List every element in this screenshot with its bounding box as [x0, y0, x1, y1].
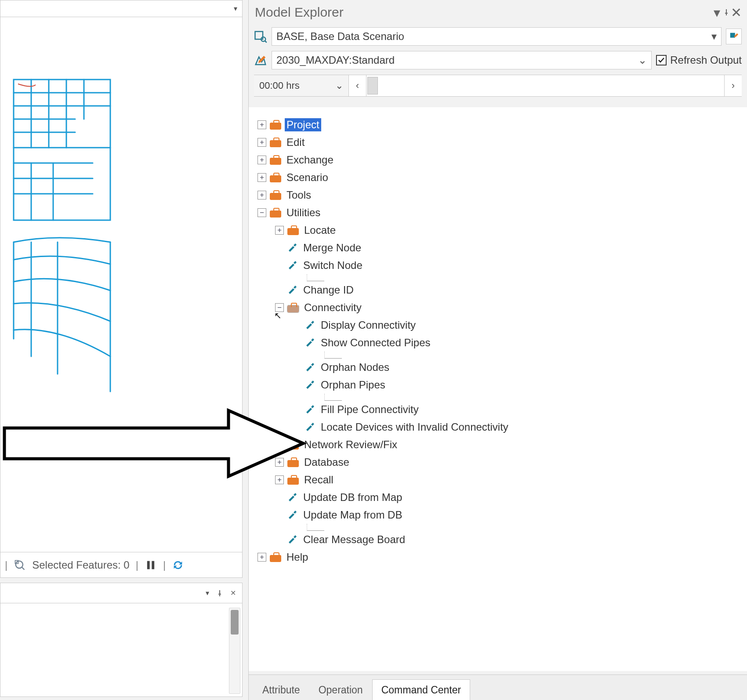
chevron-down-icon: ▾ [711, 30, 717, 43]
briefcase-icon [287, 457, 299, 467]
tree-node-connectivity[interactable]: −Connectivity [257, 299, 742, 316]
tree-node-network-review[interactable]: +Network Review/Fix [257, 436, 742, 453]
tool-icon [305, 404, 315, 415]
svg-rect-0 [14, 80, 110, 220]
tree-node-update-map[interactable]: Update Map from DB [257, 506, 742, 524]
tree-label: Clear Message Board [301, 533, 407, 546]
tree-node-scenario[interactable]: +Scenario [257, 169, 742, 186]
tab-operation[interactable]: Operation [309, 679, 372, 700]
scenario-value: BASE, Base Data Scenario [276, 30, 404, 43]
tree-node-update-db[interactable]: Update DB from Map [257, 489, 742, 506]
tree-node-change-id[interactable]: Change ID [257, 281, 742, 299]
tree-divider [307, 274, 324, 281]
tree-label: Help [285, 551, 310, 564]
refresh-icon[interactable] [172, 559, 184, 571]
tab-attribute[interactable]: Attribute [253, 679, 309, 700]
tree-node-locate[interactable]: +Locate [257, 221, 742, 239]
tree-node-database[interactable]: +Database [257, 453, 742, 471]
tab-command-center[interactable]: Command Center [372, 679, 471, 700]
tool-icon [305, 320, 315, 330]
tree-label: Display Connectivity [319, 319, 417, 332]
time-prev-button[interactable]: ‹ [349, 75, 366, 96]
pin-icon[interactable] [215, 588, 225, 598]
tree-node-clear-msg[interactable]: Clear Message Board [257, 531, 742, 548]
tool-icon [287, 243, 298, 253]
tree-node-exchange[interactable]: +Exchange [257, 151, 742, 169]
tree-node-recall[interactable]: +Recall [257, 471, 742, 489]
bottom-pane-menu-caret[interactable]: ▾ [203, 589, 211, 597]
explorer-tabs: Attribute Operation Command Center [249, 675, 747, 700]
tree-node-fill-pipe-connectivity[interactable]: Fill Pipe Connectivity [257, 401, 742, 418]
map-canvas[interactable] [5, 75, 119, 400]
tree-node-orphan-pipes[interactable]: Orphan Pipes [257, 376, 742, 394]
tree-divider [324, 352, 342, 359]
tree-label: Orphan Nodes [319, 361, 391, 374]
pause-icon[interactable] [145, 559, 157, 571]
selection-icon [14, 559, 26, 571]
close-icon[interactable]: ✕ [228, 588, 238, 598]
svg-rect-22 [152, 561, 154, 569]
briefcase-icon [287, 475, 299, 485]
tree-label: Database [302, 456, 351, 469]
scenario-edit-button[interactable] [726, 29, 742, 44]
tool-icon [287, 492, 298, 503]
run-profile-icon[interactable] [254, 54, 267, 67]
briefcase-icon [287, 225, 299, 235]
briefcase-icon [270, 138, 281, 147]
map-pane-menu-caret[interactable]: ▾ [232, 5, 239, 13]
tree-node-show-connected-pipes[interactable]: Show Connected Pipes [257, 334, 742, 352]
tree-node-switch-node[interactable]: Switch Node [257, 257, 742, 274]
scrollbar-thumb[interactable] [231, 610, 239, 635]
profile-value: 2030_MAXDAY:Standard [276, 54, 395, 66]
tree-label: Scenario [285, 171, 330, 184]
tree-node-project[interactable]: +Project [257, 116, 742, 134]
tool-icon [287, 534, 298, 545]
briefcase-icon [270, 155, 281, 165]
tree-label: Locate [302, 224, 337, 237]
tree-label: Show Connected Pipes [319, 336, 432, 349]
tree-label: Project [285, 118, 321, 131]
tree-node-display-connectivity[interactable]: Display Connectivity [257, 316, 742, 334]
refresh-output-checkbox[interactable]: Refresh Output [656, 54, 742, 66]
time-value: 00:00 hrs [259, 80, 300, 91]
profile-combo[interactable]: 2030_MAXDAY:Standard ⌄ [272, 51, 652, 69]
briefcase-icon [270, 552, 281, 562]
time-track[interactable] [366, 75, 724, 96]
tree-label: Edit [285, 136, 306, 149]
briefcase-icon [287, 303, 299, 312]
tree-node-utilities[interactable]: −Utilities [257, 204, 742, 221]
tree-node-tools[interactable]: +Tools [257, 186, 742, 204]
tree-label: Connectivity [302, 301, 363, 314]
tree-node-merge-node[interactable]: Merge Node [257, 239, 742, 257]
tree-node-orphan-nodes[interactable]: Orphan Nodes [257, 359, 742, 376]
panel-menu-caret[interactable]: ▾ [712, 7, 722, 17]
tree-label: Utilities [285, 206, 322, 219]
time-combo[interactable]: 00:00 hrs ⌄ [254, 75, 349, 96]
scenario-combo[interactable]: BASE, Base Data Scenario ▾ [272, 27, 722, 46]
tool-icon [305, 362, 315, 373]
scrollbar[interactable] [229, 608, 240, 694]
tree-divider [324, 394, 342, 401]
tree-node-edit[interactable]: +Edit [257, 134, 742, 151]
tree-label: Orphan Pipes [319, 378, 387, 392]
command-tree: +Project +Edit +Exchange +Scenario +Tool… [249, 107, 747, 671]
tree-node-locate-invalid[interactable]: Locate Devices with Invalid Connectivity [257, 418, 742, 436]
time-slider-row: 00:00 hrs ⌄ ‹ › [254, 75, 742, 97]
scenario-search-icon[interactable] [254, 30, 267, 43]
briefcase-icon [270, 120, 281, 130]
tree-label: Exchange [285, 153, 335, 167]
tool-icon [305, 380, 315, 390]
tree-node-help[interactable]: +Help [257, 548, 742, 566]
close-icon[interactable]: ✕ [731, 7, 741, 17]
tree-label: Update Map from DB [301, 508, 404, 522]
tab-label: Operation [319, 684, 363, 696]
selected-features-label: Selected Features: 0 [32, 559, 129, 571]
map-viewport-pane: ▾ [0, 0, 243, 578]
model-explorer-panel: Model Explorer ▾ ✕ BASE, Base Data Scena… [248, 0, 747, 700]
time-thumb[interactable] [367, 77, 378, 94]
time-next-button[interactable]: › [724, 75, 742, 96]
chevron-down-icon: ⌄ [335, 80, 343, 91]
tree-label: Locate Devices with Invalid Connectivity [319, 421, 510, 434]
refresh-output-label: Refresh Output [670, 54, 742, 66]
pin-icon[interactable] [722, 7, 731, 17]
